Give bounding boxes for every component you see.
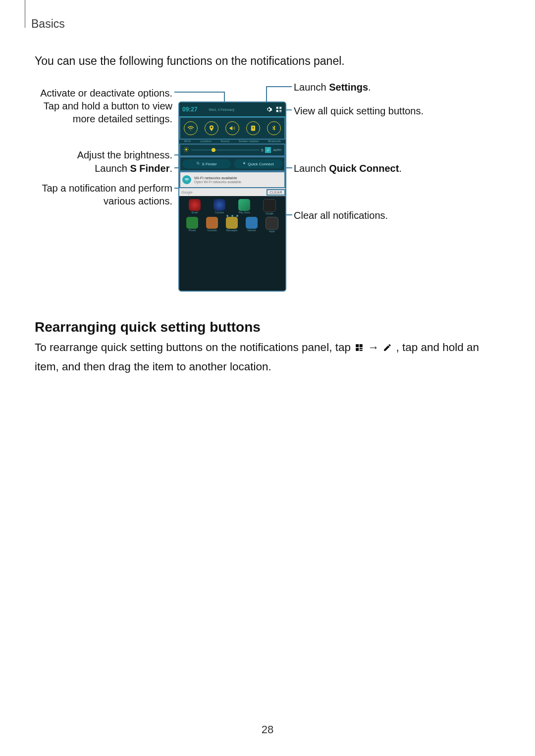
- grid-icon: [355, 339, 364, 357]
- subheading: Rearranging quick setting buttons: [35, 319, 261, 335]
- search-icon: [196, 161, 200, 166]
- google-search-hint: Google: [181, 191, 193, 194]
- callout-quick-options: Activate or deactivate options. Tap and …: [35, 87, 172, 125]
- callout-viewall: View all quick setting buttons.: [294, 104, 424, 117]
- label: S Finder: [202, 162, 216, 166]
- text: Launch: [294, 82, 329, 93]
- callout-clear: Clear all notifications.: [294, 209, 388, 222]
- text: .: [368, 82, 371, 93]
- callout-brightness: Adjust the brightness.: [35, 149, 172, 161]
- wifi-icon: [182, 175, 191, 184]
- phone-screenshot: 09:27 Wed, 4 February W: [178, 101, 286, 292]
- bluetooth-icon[interactable]: [267, 121, 281, 135]
- playstore-app-icon: [238, 199, 250, 211]
- text-bold: S Finder: [130, 163, 169, 174]
- clock-date: Wed, 4 February: [209, 108, 234, 111]
- clock-time: 09:27: [182, 106, 198, 113]
- label: Bluetooth: [268, 140, 280, 143]
- intro-text: You can use the following functions on t…: [35, 54, 345, 68]
- camera-app-icon: [214, 199, 225, 211]
- home-screen-dimmed: Email Camera Play Store Google Phone Con…: [179, 196, 285, 236]
- settings-icon[interactable]: [266, 106, 272, 113]
- label: Phone: [186, 229, 198, 232]
- svg-line-6: [188, 151, 188, 151]
- text: Launch: [95, 163, 130, 174]
- label: Camera: [214, 211, 225, 214]
- text: .: [169, 163, 172, 174]
- callout-notification: Tap a notification and perform various a…: [35, 182, 172, 207]
- email-app-icon: [189, 199, 201, 211]
- contacts-app-icon: [206, 217, 218, 229]
- label: Location: [200, 140, 212, 143]
- label: Email: [189, 211, 201, 214]
- callout-line: [266, 86, 292, 87]
- section-header: Basics: [31, 17, 65, 31]
- grid-icon[interactable]: [275, 106, 282, 113]
- clear-row: Google CLEAR: [179, 188, 285, 196]
- text-bold: Settings: [329, 82, 368, 93]
- label: Quick Connect: [248, 162, 273, 166]
- label: Apps: [266, 230, 278, 233]
- quickconnect-button[interactable]: Quick Connect: [234, 159, 282, 168]
- auto-label: AUTO: [273, 149, 281, 151]
- label: Internet: [246, 229, 258, 232]
- auto-brightness-checkbox[interactable]: ✓: [265, 147, 271, 153]
- brightness-slider[interactable]: [191, 150, 259, 151]
- svg-line-5: [185, 148, 185, 149]
- label: Sound: [221, 140, 229, 143]
- svg-line-7: [185, 151, 185, 151]
- rotation-icon[interactable]: [246, 121, 260, 135]
- callout-sfinder: Launch S Finder.: [35, 162, 172, 175]
- page-number: 28: [0, 723, 535, 736]
- svg-line-8: [188, 148, 188, 149]
- callout-line: [174, 92, 224, 93]
- quick-settings-row[interactable]: [179, 117, 285, 140]
- status-bar: 09:27 Wed, 4 February: [179, 102, 285, 117]
- label: Messages: [226, 229, 238, 232]
- wifi-icon[interactable]: [184, 121, 198, 135]
- apps-drawer-icon: [266, 217, 278, 230]
- callout-settings: Launch Settings.: [294, 81, 371, 94]
- notification-item[interactable]: Wi-Fi networks available Open Wi-Fi netw…: [179, 171, 285, 188]
- quickconnect-icon: [242, 161, 246, 166]
- header-rule: [25, 0, 25, 28]
- sound-icon[interactable]: [225, 121, 239, 135]
- callout-quickconnect: Launch Quick Connect.: [294, 162, 402, 175]
- finder-row: S Finder Quick Connect: [179, 156, 285, 171]
- brightness-icon: [183, 146, 189, 154]
- messages-app-icon: [226, 217, 238, 229]
- text-bold: Quick Connect: [329, 163, 399, 174]
- pencil-icon: [383, 339, 392, 357]
- label: Play Store: [238, 211, 250, 214]
- text: To rearrange quick setting buttons on th…: [35, 341, 354, 353]
- label: Screen rotation: [239, 140, 259, 143]
- brightness-row[interactable]: 5 ✓ AUTO: [179, 144, 285, 156]
- clear-button[interactable]: CLEAR: [267, 189, 285, 196]
- sfinder-button[interactable]: S Finder: [182, 159, 231, 168]
- google-folder-icon: [263, 199, 276, 212]
- quick-settings-labels: Wi-Fi Location Sound Screen rotation Blu…: [179, 140, 285, 144]
- internet-app-icon: [246, 217, 258, 229]
- label: Contacts: [206, 229, 218, 232]
- notif-subtitle: Open Wi-Fi networks available: [194, 180, 241, 184]
- location-icon[interactable]: [205, 121, 218, 135]
- paragraph: To rearrange quick setting buttons on th…: [35, 338, 495, 376]
- diagram: Activate or deactivate options. Tap and …: [35, 77, 500, 295]
- svg-line-10: [199, 164, 200, 165]
- notif-title: Wi-Fi networks available: [194, 176, 241, 180]
- phone-app-icon: [186, 217, 198, 229]
- text: Launch: [294, 163, 329, 174]
- text: .: [399, 163, 402, 174]
- label: Wi-Fi: [184, 140, 191, 143]
- arrow-icon: →: [368, 341, 379, 353]
- svg-point-0: [185, 149, 187, 151]
- brightness-value: 5: [261, 148, 263, 152]
